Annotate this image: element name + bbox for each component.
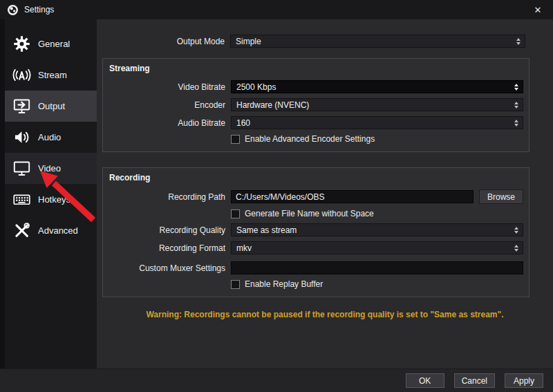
streaming-group-title: Streaming: [109, 59, 523, 80]
recording-path-label: Recording Path: [109, 192, 225, 202]
output-icon: [11, 96, 32, 117]
generate-filename-checkbox-label: Generate File Name without Space: [245, 209, 374, 218]
sidebar-item-label: Advanced: [38, 225, 78, 236]
chevron-updown-icon: [514, 38, 523, 45]
recording-quality-label: Recording Quality: [109, 225, 225, 235]
advanced-icon: [11, 221, 32, 241]
output-mode-select[interactable]: Simple: [230, 35, 525, 48]
sidebar-item-advanced[interactable]: Advanced: [5, 215, 97, 246]
gear-icon: [11, 34, 32, 55]
generate-filename-row: Generate File Name without Space: [231, 209, 523, 218]
encoder-label: Encoder: [109, 100, 225, 110]
sidebar-item-output[interactable]: Output: [5, 91, 97, 122]
warning-text: Warning: Recordings cannot be paused if …: [104, 310, 546, 319]
recording-group-title: Recording: [109, 168, 523, 189]
settings-content: Output Mode Simple Streaming Video Bitra…: [97, 19, 553, 368]
advanced-encoder-row: Enable Advanced Encoder Settings: [231, 134, 523, 144]
sidebar-item-label: Video: [38, 163, 61, 174]
audio-bitrate-label: Audio Bitrate: [109, 118, 225, 128]
window-title: Settings: [24, 5, 54, 15]
sidebar-item-video[interactable]: Video: [5, 153, 97, 184]
sidebar-item-label: Stream: [38, 70, 67, 80]
recording-path-input[interactable]: [231, 190, 474, 203]
encoder-select[interactable]: Hardware (NVENC): [231, 98, 523, 111]
recording-quality-row: Recording Quality Same as stream: [109, 223, 523, 236]
video-bitrate-input[interactable]: 2500 Kbps: [231, 80, 523, 93]
dialog-buttons: OK Cancel Apply: [0, 368, 553, 392]
stream-icon: [11, 65, 32, 86]
streaming-group: Streaming Video Bitrate 2500 Kbps Encode…: [102, 58, 529, 152]
sidebar-item-label: Audio: [38, 132, 61, 142]
chevron-updown-icon: [512, 120, 521, 127]
sidebar-item-label: General: [38, 39, 70, 49]
apply-button[interactable]: Apply: [505, 373, 543, 388]
audio-bitrate-select[interactable]: 160: [231, 116, 523, 129]
recording-format-select[interactable]: mkv: [231, 241, 523, 254]
titlebar: Settings ✕: [0, 0, 553, 19]
recording-quality-select[interactable]: Same as stream: [231, 223, 523, 236]
advanced-encoder-checkbox-label: Enable Advanced Encoder Settings: [245, 134, 375, 144]
output-mode-row: Output Mode Simple: [108, 35, 525, 48]
chevron-updown-icon: [512, 227, 521, 234]
custom-muxer-row: Custom Muxer Settings: [109, 261, 523, 274]
video-icon: [11, 158, 32, 179]
sidebar-item-general[interactable]: General: [5, 28, 97, 59]
chevron-updown-icon: [512, 245, 521, 252]
generate-filename-checkbox[interactable]: [231, 209, 240, 218]
audio-icon: [11, 127, 32, 148]
ok-button[interactable]: OK: [406, 373, 444, 388]
encoder-row: Encoder Hardware (NVENC): [109, 98, 523, 111]
output-mode-label: Output Mode: [108, 37, 225, 46]
replay-buffer-checkbox-label: Enable Replay Buffer: [245, 279, 323, 289]
sidebar-item-hotkeys[interactable]: Hotkeys: [5, 184, 97, 215]
advanced-encoder-checkbox[interactable]: [231, 135, 240, 144]
audio-bitrate-row: Audio Bitrate 160: [109, 116, 523, 129]
custom-muxer-input[interactable]: [231, 261, 523, 274]
sidebar-item-label: Output: [38, 101, 65, 111]
sidebar-item-label: Hotkeys: [38, 194, 71, 205]
replay-buffer-row: Enable Replay Buffer: [231, 279, 523, 289]
cancel-button[interactable]: Cancel: [454, 373, 495, 388]
close-icon[interactable]: ✕: [529, 5, 546, 15]
sidebar: General Stream: [0, 19, 97, 368]
recording-format-label: Recording Format: [109, 243, 225, 253]
sidebar-item-stream[interactable]: Stream: [5, 59, 97, 91]
recording-format-row: Recording Format mkv: [109, 241, 523, 254]
custom-muxer-label: Custom Muxer Settings: [109, 263, 225, 273]
recording-path-row: Recording Path Browse: [109, 189, 523, 204]
stepper-arrows-icon[interactable]: [512, 84, 521, 91]
video-bitrate-row: Video Bitrate 2500 Kbps: [109, 80, 523, 93]
replay-buffer-checkbox[interactable]: [231, 280, 240, 289]
browse-button[interactable]: Browse: [479, 189, 523, 204]
hotkeys-icon: [11, 189, 32, 210]
chevron-updown-icon: [512, 102, 521, 109]
sidebar-item-audio[interactable]: Audio: [5, 122, 97, 153]
obs-logo-icon: [7, 4, 19, 16]
recording-group: Recording Recording Path Browse Generate…: [102, 167, 529, 297]
video-bitrate-label: Video Bitrate: [109, 82, 225, 92]
